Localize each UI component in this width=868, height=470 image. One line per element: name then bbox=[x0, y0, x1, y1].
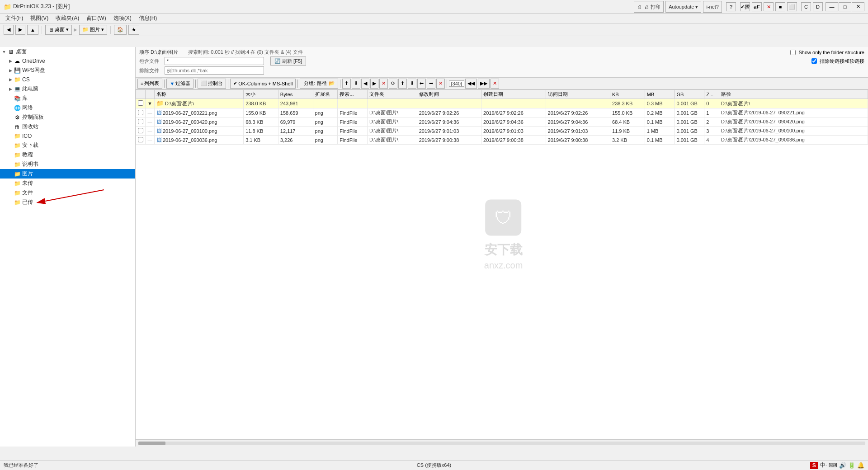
extra3-button[interactable]: ⬅ bbox=[417, 79, 426, 89]
ok-columns-button[interactable]: ✔ OK-Columns + MS-Shell bbox=[230, 79, 296, 89]
sidebar-item-controlpanel[interactable]: ⚙ 控制面板 bbox=[0, 113, 135, 122]
list-view-button[interactable]: ≡ 列列表 bbox=[137, 79, 162, 89]
af-button[interactable]: aF bbox=[752, 2, 762, 11]
table-row[interactable]: — 🖼2019-06-27_090221.png 155.0 KB 158,65… bbox=[136, 108, 868, 118]
sidebar-item-lib[interactable]: 📚 库 bbox=[0, 94, 135, 103]
row-modified: 2019/6/27 9:00:38 bbox=[417, 136, 481, 145]
arrow-right-button[interactable]: ▶ bbox=[370, 79, 378, 89]
col-created[interactable]: 创建日期 bbox=[481, 90, 546, 99]
filter-button[interactable]: ▼ 过滤器 bbox=[166, 79, 193, 89]
sort-desc-button[interactable]: ⬇ bbox=[352, 79, 360, 89]
pics-nav-btn[interactable]: 📁 图片 ▾ bbox=[79, 25, 107, 35]
menu-window[interactable]: 窗口(W) bbox=[83, 14, 109, 23]
ime-icon[interactable]: S bbox=[810, 462, 818, 469]
sidebar-item-tutorial[interactable]: 📁 教程 bbox=[0, 150, 135, 160]
col-kb[interactable]: KB bbox=[610, 90, 645, 99]
scroll-track[interactable] bbox=[138, 442, 865, 445]
sort-refresh-button[interactable]: ⟳ bbox=[389, 79, 397, 89]
sidebar-item-wps[interactable]: ▶ 💾 WPS网盘 bbox=[0, 66, 135, 75]
control-panel-button[interactable]: ⬜ 控制台 bbox=[198, 79, 226, 89]
col-path[interactable]: 路径 bbox=[719, 90, 868, 99]
sidebar-item-recycle[interactable]: 🗑 回收站 bbox=[0, 122, 135, 132]
c-icon[interactable]: C bbox=[801, 2, 811, 11]
sidebar-item-network[interactable]: 🌐 网络 bbox=[0, 103, 135, 113]
block-icon1[interactable]: ■ bbox=[775, 2, 785, 11]
desktop-nav-btn[interactable]: 🖥 桌面 ▾ bbox=[45, 25, 72, 35]
menu-view[interactable]: 视图(V) bbox=[27, 14, 52, 23]
extra5-button[interactable]: ✕ bbox=[436, 79, 445, 89]
row-folder: D:\桌面\图片\ bbox=[368, 136, 417, 145]
pc-icon: 💻 bbox=[14, 85, 21, 93]
col-name[interactable]: 名称 bbox=[154, 90, 243, 99]
refresh-button[interactable]: 🔄 刷新 [F5] bbox=[270, 56, 306, 66]
col-ext[interactable]: 扩展名 bbox=[313, 90, 338, 99]
sidebar-item-files[interactable]: 📁 文件 bbox=[0, 188, 135, 197]
maximize-button[interactable]: □ bbox=[839, 2, 851, 11]
help-button[interactable]: ? bbox=[726, 2, 736, 11]
forward-button[interactable]: ▶ bbox=[15, 25, 25, 35]
col-bytes[interactable]: Bytes bbox=[278, 90, 313, 99]
next-page-button[interactable]: ▶▶ bbox=[478, 79, 490, 89]
print-button[interactable]: 🖨 🖨 打印 bbox=[634, 1, 664, 13]
row-checkbox[interactable] bbox=[136, 118, 146, 127]
star-button[interactable]: ★ bbox=[128, 25, 139, 35]
sidebar-item-download[interactable]: 📁 安下载 bbox=[0, 141, 135, 150]
back-button[interactable]: ◀ bbox=[4, 25, 14, 35]
sort-asc-button[interactable]: ⬆ bbox=[342, 79, 351, 89]
sidebar-item-ico[interactable]: 📁 ICO bbox=[0, 132, 135, 141]
col-z[interactable]: Z... bbox=[704, 90, 719, 99]
h-scrollbar[interactable] bbox=[136, 439, 868, 446]
sidebar-item-pics[interactable]: 📁 图片 bbox=[0, 169, 135, 179]
extra2-button[interactable]: ⬇ bbox=[408, 79, 416, 89]
menu-file[interactable]: 文件(F) bbox=[2, 14, 27, 23]
close-list-button[interactable]: ✕ bbox=[491, 79, 499, 89]
x-icon-button[interactable]: ✕ bbox=[764, 2, 774, 11]
up-button[interactable]: ▲ bbox=[27, 25, 38, 35]
extra4-button[interactable]: ➡ bbox=[427, 79, 435, 89]
table-row[interactable]: — 🖼2019-06-27_090100.png 11.8 KB 12,117 … bbox=[136, 127, 868, 136]
row-checkbox[interactable] bbox=[136, 108, 146, 118]
minimize-button[interactable]: — bbox=[826, 2, 838, 11]
home-button[interactable]: 🏠 bbox=[114, 25, 127, 35]
sidebar-item-desktop[interactable]: ▼ 🖥 桌面 bbox=[0, 47, 135, 56]
include-input[interactable] bbox=[165, 57, 264, 65]
col-mb[interactable]: MB bbox=[645, 90, 675, 99]
sort-x-button[interactable]: ✕ bbox=[379, 79, 388, 89]
sidebar-item-notransferred[interactable]: 📁 未传 bbox=[0, 179, 135, 188]
arrow-left-button[interactable]: ◀ bbox=[361, 79, 369, 89]
row-checkbox[interactable] bbox=[136, 136, 146, 145]
col-folder[interactable]: 文件夹 bbox=[368, 90, 417, 99]
menu-info[interactable]: 信息(H) bbox=[135, 14, 161, 23]
block-icon2[interactable]: ⬜ bbox=[787, 2, 797, 11]
menu-favorites[interactable]: 收藏夹(A) bbox=[52, 14, 83, 23]
sidebar-item-cs[interactable]: ▶ 📁 CS bbox=[0, 75, 135, 84]
thumb-icon-button[interactable]: ✔摺 bbox=[740, 2, 750, 11]
show-folder-checkbox[interactable] bbox=[790, 50, 796, 55]
col-modified[interactable]: 修改时间 bbox=[417, 90, 481, 99]
row-checkbox[interactable] bbox=[136, 127, 146, 136]
group-path-button[interactable]: 分组: 路径 📂 bbox=[300, 79, 338, 89]
col-search[interactable]: 搜索... bbox=[338, 90, 368, 99]
inet-button[interactable]: i-net? bbox=[703, 1, 722, 13]
exclude-links-checkbox[interactable] bbox=[811, 58, 817, 64]
close-button[interactable]: ✕ bbox=[852, 2, 864, 11]
sidebar-item-pc[interactable]: ▶ 💻 此电脑 bbox=[0, 84, 135, 94]
autoupdate-button[interactable]: Autoupdate ▾ bbox=[665, 1, 701, 13]
scroll-thumb[interactable] bbox=[138, 442, 165, 445]
col-size[interactable]: 大小 bbox=[244, 90, 278, 99]
table-row[interactable]: — 🖼2019-06-27_090420.png 68.3 KB 69,979 … bbox=[136, 118, 868, 127]
col-accessed[interactable]: 访问日期 bbox=[546, 90, 610, 99]
d-icon[interactable]: D bbox=[813, 2, 823, 11]
menu-options[interactable]: 选项(X) bbox=[110, 14, 135, 23]
exclude-input[interactable] bbox=[165, 66, 264, 75]
sidebar-item-onedrive[interactable]: ▶ ☁ OneDrive bbox=[0, 56, 135, 66]
table-row[interactable]: — 🖼2019-06-27_090036.png 3.1 KB 3,226 pn… bbox=[136, 136, 868, 145]
sidebar-item-transferred[interactable]: 📁 已传 bbox=[0, 197, 135, 207]
col-gb[interactable]: GB bbox=[675, 90, 704, 99]
sidebar-item-manual[interactable]: 📁 说明书 bbox=[0, 160, 135, 169]
row-checkbox-folder[interactable] bbox=[136, 99, 146, 108]
row-modified: 2019/6/27 9:04:36 bbox=[417, 118, 481, 127]
extra1-button[interactable]: ⬆ bbox=[398, 79, 407, 89]
prev-page-button[interactable]: ◀◀ bbox=[465, 79, 477, 89]
table-row[interactable]: ▼ 📁 D:\桌面\图片\ 238.0 KB 243,981 bbox=[136, 99, 868, 108]
